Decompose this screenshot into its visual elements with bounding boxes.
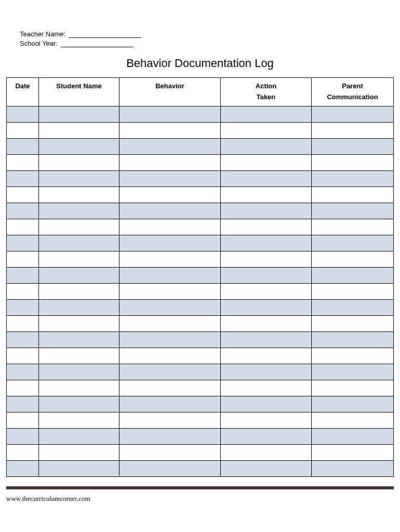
table-cell[interactable] bbox=[119, 380, 221, 396]
table-cell[interactable] bbox=[119, 106, 221, 122]
table-cell[interactable] bbox=[39, 154, 119, 170]
table-cell[interactable] bbox=[7, 460, 39, 476]
table-cell[interactable] bbox=[221, 444, 312, 460]
table-cell[interactable] bbox=[312, 444, 394, 460]
table-cell[interactable] bbox=[7, 251, 39, 267]
table-cell[interactable] bbox=[7, 283, 39, 299]
table-cell[interactable] bbox=[39, 364, 119, 380]
table-cell[interactable] bbox=[312, 187, 394, 203]
table-cell[interactable] bbox=[221, 138, 312, 154]
table-cell[interactable] bbox=[221, 412, 312, 428]
table-cell[interactable] bbox=[312, 331, 394, 348]
table-cell[interactable] bbox=[119, 396, 221, 412]
table-cell[interactable] bbox=[7, 170, 39, 187]
table-cell[interactable] bbox=[221, 154, 312, 170]
table-cell[interactable] bbox=[221, 251, 312, 267]
table-cell[interactable] bbox=[312, 364, 394, 380]
table-cell[interactable] bbox=[312, 122, 394, 138]
table-cell[interactable] bbox=[119, 203, 221, 219]
table-cell[interactable] bbox=[39, 267, 119, 283]
table-cell[interactable] bbox=[7, 267, 39, 283]
table-cell[interactable] bbox=[119, 283, 221, 299]
table-cell[interactable] bbox=[312, 348, 394, 364]
table-cell[interactable] bbox=[7, 348, 39, 364]
table-cell[interactable] bbox=[221, 380, 312, 396]
table-cell[interactable] bbox=[221, 299, 312, 315]
table-cell[interactable] bbox=[7, 428, 39, 444]
table-cell[interactable] bbox=[312, 106, 394, 122]
table-cell[interactable] bbox=[312, 170, 394, 187]
table-cell[interactable] bbox=[119, 122, 221, 138]
table-cell[interactable] bbox=[39, 348, 119, 364]
table-cell[interactable] bbox=[119, 460, 221, 476]
table-cell[interactable] bbox=[312, 203, 394, 219]
table-cell[interactable] bbox=[119, 235, 221, 251]
table-cell[interactable] bbox=[119, 138, 221, 154]
table-cell[interactable] bbox=[7, 219, 39, 235]
table-cell[interactable] bbox=[7, 154, 39, 170]
table-cell[interactable] bbox=[119, 251, 221, 267]
table-cell[interactable] bbox=[312, 460, 394, 476]
table-cell[interactable] bbox=[7, 106, 39, 122]
table-cell[interactable] bbox=[39, 283, 119, 299]
table-cell[interactable] bbox=[7, 444, 39, 460]
table-cell[interactable] bbox=[39, 331, 119, 348]
table-cell[interactable] bbox=[39, 396, 119, 412]
table-cell[interactable] bbox=[221, 219, 312, 235]
table-cell[interactable] bbox=[312, 380, 394, 396]
table-cell[interactable] bbox=[312, 235, 394, 251]
table-cell[interactable] bbox=[312, 283, 394, 299]
table-cell[interactable] bbox=[119, 267, 221, 283]
table-cell[interactable] bbox=[221, 122, 312, 138]
table-cell[interactable] bbox=[39, 187, 119, 203]
table-cell[interactable] bbox=[221, 170, 312, 187]
table-cell[interactable] bbox=[312, 396, 394, 412]
school-year-blank[interactable] bbox=[61, 47, 134, 47]
table-cell[interactable] bbox=[221, 203, 312, 219]
table-cell[interactable] bbox=[312, 299, 394, 315]
table-cell[interactable] bbox=[39, 203, 119, 219]
table-cell[interactable] bbox=[119, 299, 221, 315]
table-cell[interactable] bbox=[312, 154, 394, 170]
table-cell[interactable] bbox=[39, 219, 119, 235]
table-cell[interactable] bbox=[221, 364, 312, 380]
table-cell[interactable] bbox=[221, 283, 312, 299]
table-cell[interactable] bbox=[7, 122, 39, 138]
table-cell[interactable] bbox=[119, 364, 221, 380]
table-cell[interactable] bbox=[119, 170, 221, 187]
table-cell[interactable] bbox=[312, 267, 394, 283]
table-cell[interactable] bbox=[312, 251, 394, 267]
teacher-name-blank[interactable] bbox=[69, 37, 141, 38]
table-cell[interactable] bbox=[7, 138, 39, 154]
table-cell[interactable] bbox=[39, 170, 119, 187]
table-cell[interactable] bbox=[7, 315, 39, 331]
table-cell[interactable] bbox=[221, 106, 312, 122]
table-cell[interactable] bbox=[221, 187, 312, 203]
table-cell[interactable] bbox=[39, 299, 119, 315]
table-cell[interactable] bbox=[39, 444, 119, 460]
table-cell[interactable] bbox=[39, 235, 119, 251]
table-cell[interactable] bbox=[39, 380, 119, 396]
table-cell[interactable] bbox=[312, 315, 394, 331]
table-cell[interactable] bbox=[119, 444, 221, 460]
table-cell[interactable] bbox=[7, 203, 39, 219]
table-cell[interactable] bbox=[221, 348, 312, 364]
table-cell[interactable] bbox=[119, 187, 221, 203]
table-cell[interactable] bbox=[7, 380, 39, 396]
table-cell[interactable] bbox=[221, 428, 312, 444]
table-cell[interactable] bbox=[312, 428, 394, 444]
table-cell[interactable] bbox=[119, 219, 221, 235]
table-cell[interactable] bbox=[221, 315, 312, 331]
table-cell[interactable] bbox=[7, 331, 39, 348]
table-cell[interactable] bbox=[312, 138, 394, 154]
table-cell[interactable] bbox=[7, 299, 39, 315]
table-cell[interactable] bbox=[221, 267, 312, 283]
table-cell[interactable] bbox=[119, 331, 221, 348]
table-cell[interactable] bbox=[119, 412, 221, 428]
table-cell[interactable] bbox=[7, 412, 39, 428]
table-cell[interactable] bbox=[312, 219, 394, 235]
table-cell[interactable] bbox=[119, 315, 221, 331]
table-cell[interactable] bbox=[39, 251, 119, 267]
table-cell[interactable] bbox=[7, 187, 39, 203]
table-cell[interactable] bbox=[7, 396, 39, 412]
